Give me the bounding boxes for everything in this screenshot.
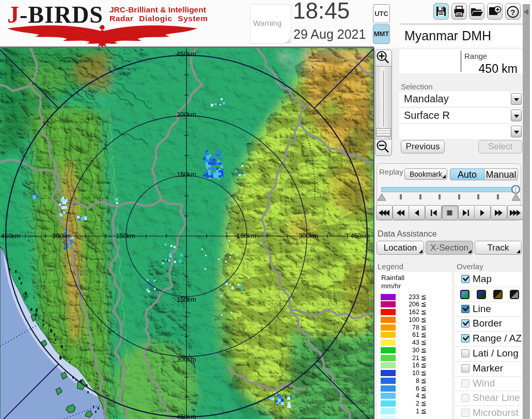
svg-text:300km: 300km <box>177 356 196 363</box>
svg-text:150km: 150km <box>177 296 196 303</box>
svg-text:?: ? <box>510 8 515 17</box>
svg-text:450km: 450km <box>1 232 21 240</box>
svg-text:150km: 150km <box>116 232 135 240</box>
svg-text:300km: 300km <box>52 232 72 240</box>
svg-text:450km: 450km <box>350 232 370 240</box>
svg-text:150km: 150km <box>177 171 196 178</box>
svg-text:300km: 300km <box>299 232 318 240</box>
svg-text:300km: 300km <box>177 111 196 118</box>
svg-text:150km: 150km <box>237 232 256 240</box>
svg-text:450km: 450km <box>177 413 196 419</box>
svg-text:450km: 450km <box>177 51 196 58</box>
